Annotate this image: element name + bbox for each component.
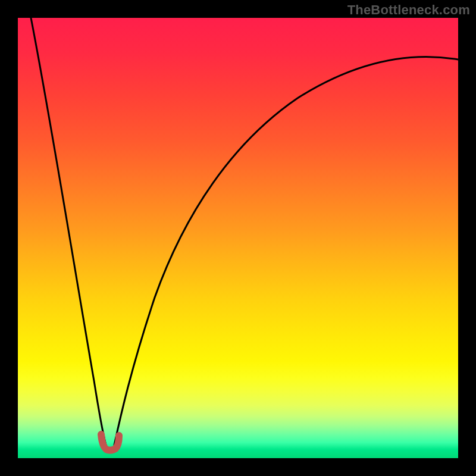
curve-left-branch bbox=[31, 18, 106, 445]
curve-layer bbox=[18, 18, 458, 458]
curve-right-branch bbox=[114, 57, 458, 445]
plot-area bbox=[18, 18, 458, 458]
cusp-marker bbox=[101, 434, 119, 450]
attribution-text: TheBottleneck.com bbox=[347, 2, 470, 18]
chart-frame: TheBottleneck.com bbox=[0, 0, 476, 476]
